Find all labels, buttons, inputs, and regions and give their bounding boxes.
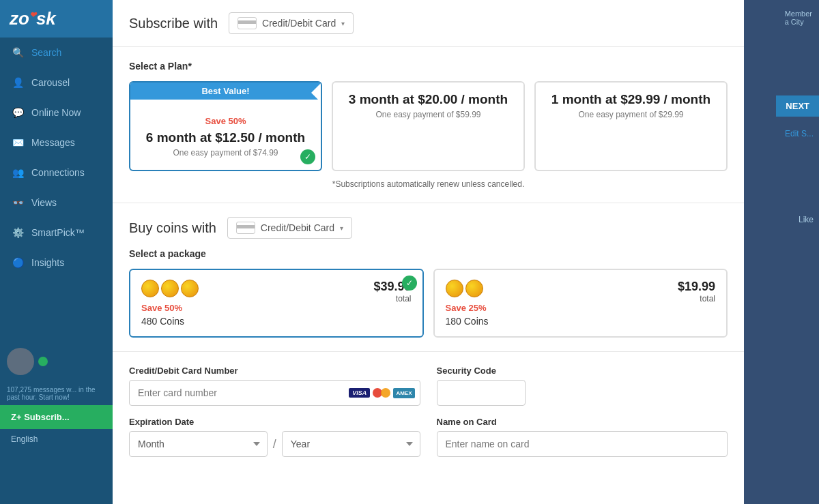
sidebar-item-online[interactable]: 💬 Online Now: [0, 98, 113, 128]
sidebar-item-label: Online Now: [31, 107, 81, 118]
save-text: Save 50%: [139, 116, 313, 126]
coin-save: Save 50%: [141, 303, 373, 313]
auto-renew-note: *Subscriptions automatically renew unles…: [129, 179, 728, 189]
plan-sub: One easy payment of $74.99: [139, 148, 313, 158]
chevron-down-icon: ▾: [340, 224, 343, 232]
coin-card-inner: Save 25% 180 Coins $19.99 total: [446, 280, 716, 327]
best-value-banner: Best Value!: [130, 83, 321, 100]
expiry-label: Expiration Date: [129, 417, 420, 427]
name-on-card-input[interactable]: [437, 431, 728, 457]
card-icon: [238, 17, 257, 29]
coin-count: 180 Coins: [446, 316, 678, 327]
sidebar: zo❤sk 🔍 Search 👤 Carousel 💬 Online Now ✉…: [0, 0, 113, 504]
coin-card-180[interactable]: Save 25% 180 Coins $19.99 total: [433, 269, 728, 338]
card-icon: [236, 222, 255, 234]
coins-row: Save 50% 480 Coins $39.99 total ✓: [129, 269, 728, 338]
plans-title: Select a Plan*: [129, 61, 728, 72]
expiry-row: Month 010203 040506 070809 101112 / Year…: [129, 431, 420, 457]
coin-total-label: total: [373, 294, 411, 303]
sidebar-item-label: Views: [31, 197, 57, 208]
payment-grid: Credit/Debit Card Number VISA AMEX Secu: [129, 366, 728, 457]
carousel-icon: 👤: [11, 76, 25, 89]
plan-sub: One easy payment of $29.99: [544, 110, 718, 119]
card-input-wrapper: VISA AMEX: [129, 380, 420, 406]
sidebar-item-label: Carousel: [31, 77, 70, 88]
plan-sub: One easy payment of $59.99: [341, 110, 515, 119]
member-label: Member a City: [785, 10, 812, 26]
subscribe-button[interactable]: Z+ Subscrib...: [0, 405, 113, 429]
card-number-group: Credit/Debit Card Number VISA AMEX: [129, 366, 420, 406]
coins-payment-selector[interactable]: Credit/Debit Card ▾: [227, 217, 352, 239]
sidebar-item-label: SmartPick™: [31, 227, 85, 238]
card-logos: VISA AMEX: [349, 387, 414, 399]
mc-right: [381, 388, 390, 398]
coins-icons: [141, 280, 373, 297]
connections-icon: 👥: [11, 166, 25, 179]
plan-price: 6 month at $12.50 / month: [139, 130, 313, 145]
security-code-input[interactable]: [437, 380, 526, 406]
coins-payment-label: Credit/Debit Card: [261, 222, 334, 233]
sidebar-item-insights[interactable]: 🔵 Insights: [0, 248, 113, 278]
card-number-label: Credit/Debit Card Number: [129, 366, 420, 376]
edit-button[interactable]: Edit S...: [779, 126, 819, 141]
plan-card-body: 1 month at $29.99 / month One easy payme…: [536, 83, 726, 132]
insights-icon: 🔵: [11, 256, 25, 269]
sidebar-item-label: Connections: [31, 167, 85, 178]
next-button[interactable]: NEXT: [776, 95, 819, 117]
plan-card-body: Save 50% 6 month at $12.50 / month One e…: [130, 106, 321, 170]
sidebar-bottom: 107,275 messages w... in the past hour. …: [0, 341, 113, 449]
sidebar-item-carousel[interactable]: 👤 Carousel: [0, 68, 113, 98]
security-code-group: Security Code: [437, 366, 728, 406]
coin-save: Save 25%: [446, 303, 678, 313]
modal-header: Subscribe with Credit/Debit Card ▾: [113, 0, 744, 47]
like-button[interactable]: Like: [799, 215, 814, 224]
coins-header: Buy coins with Credit/Debit Card ▾: [129, 217, 728, 239]
modal-title: Subscribe with: [129, 16, 218, 31]
stats-text: 107,275 messages w... in the past hour. …: [0, 382, 113, 405]
name-on-card-group: Name on Card: [437, 417, 728, 457]
coins-section: Buy coins with Credit/Debit Card ▾ Selec…: [113, 203, 744, 352]
payment-method-selector[interactable]: Credit/Debit Card ▾: [229, 12, 354, 34]
expiry-slash: /: [273, 437, 276, 451]
sidebar-item-messages[interactable]: ✉️ Messages: [0, 128, 113, 158]
plan-card-1month[interactable]: 1 month at $29.99 / month One easy payme…: [534, 81, 728, 171]
coin-icon: [161, 280, 179, 297]
coin-check-icon: ✓: [402, 276, 417, 291]
coin-icon: [181, 280, 199, 297]
coin-total-label: total: [678, 294, 715, 303]
language-selector[interactable]: English: [0, 429, 113, 449]
sidebar-item-smartpick[interactable]: ⚙️ SmartPick™: [0, 218, 113, 248]
name-on-card-label: Name on Card: [437, 417, 728, 427]
online-icon: 💬: [11, 106, 25, 119]
sidebar-item-search[interactable]: 🔍 Search: [0, 38, 113, 68]
plan-card-body: 3 month at $20.00 / month One easy payme…: [333, 83, 523, 132]
coin-left: Save 50% 480 Coins: [141, 280, 373, 327]
right-panel-bg: Member a City NEXT Edit S... Like: [744, 0, 819, 504]
visa-logo: VISA: [349, 388, 370, 398]
logo-area: zo❤sk: [0, 0, 113, 38]
plan-card-3month[interactable]: 3 month at $20.00 / month One easy payme…: [332, 81, 525, 171]
subscribe-modal: Subscribe with Credit/Debit Card ▾ Selec…: [113, 0, 744, 504]
language-label: English: [11, 434, 38, 444]
messages-icon: ✉️: [11, 136, 25, 149]
year-select[interactable]: Year 202420252026 2027202820292030: [282, 431, 420, 457]
coin-price: $19.99: [678, 280, 715, 294]
coin-icon: [446, 280, 463, 297]
sidebar-item-label: Insights: [31, 257, 64, 268]
sidebar-item-views[interactable]: 👓 Views: [0, 188, 113, 218]
month-select[interactable]: Month 010203 040506 070809 101112: [129, 431, 268, 457]
mastercard-logo: [373, 387, 390, 399]
logo-text: zo❤sk: [10, 8, 56, 29]
sidebar-item-connections[interactable]: 👥 Connections: [0, 158, 113, 188]
coin-icon: [141, 280, 159, 297]
avatar-area: [0, 341, 113, 382]
selected-check-icon: ✓: [300, 149, 315, 164]
coin-card-480[interactable]: Save 50% 480 Coins $39.99 total ✓: [129, 269, 424, 338]
coin-card-inner: Save 50% 480 Coins $39.99 total: [141, 280, 412, 327]
plan-price: 1 month at $29.99 / month: [544, 92, 718, 107]
search-icon: 🔍: [11, 46, 25, 59]
views-icon: 👓: [11, 196, 25, 209]
plan-card-6month[interactable]: Best Value! Save 50% 6 month at $12.50 /…: [129, 81, 322, 171]
security-code-label: Security Code: [437, 366, 728, 376]
plans-section: Select a Plan* Best Value! Save 50% 6 mo…: [113, 47, 744, 203]
